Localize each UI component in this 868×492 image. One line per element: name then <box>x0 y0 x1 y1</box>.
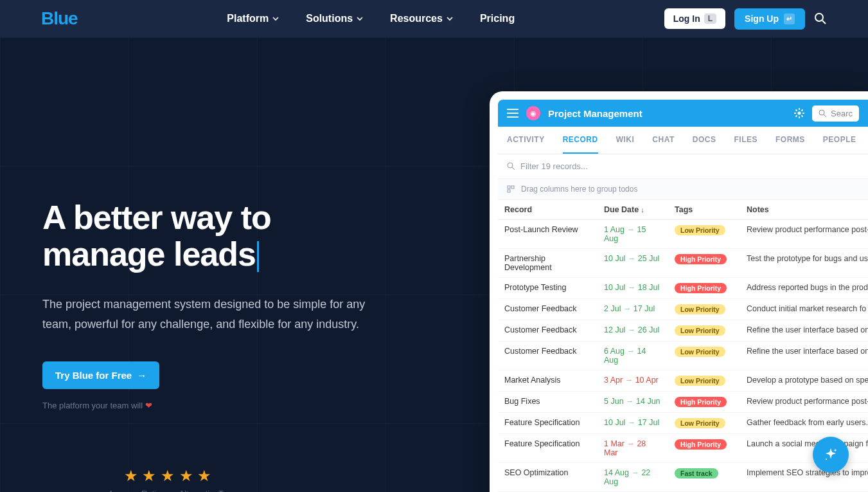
cell-note: Review product performance post- <box>740 392 868 412</box>
table-row[interactable]: Post-Launch Review1 Aug → 15 AugLow Prio… <box>498 220 868 249</box>
table-row[interactable]: Partnership Development10 Jul → 25 JulHi… <box>498 249 868 278</box>
col-notes[interactable]: Notes <box>740 200 868 219</box>
try-free-label: Try Blue for Free <box>55 370 132 381</box>
cell-note: Review product performance post- <box>740 220 868 248</box>
table-header: Record Due Date↓ Tags Notes <box>498 200 868 220</box>
sort-down-icon: ↓ <box>641 206 644 214</box>
app-header: ◉ Project Management Searc <box>498 100 868 127</box>
cell-note: Gather feedback from early users. <box>740 413 868 433</box>
cell-tag: Low Priority <box>668 320 740 341</box>
hamburger-icon[interactable] <box>507 109 518 118</box>
cell-note: Test the prototype for bugs and us <box>740 249 868 277</box>
hero-subtitle: The project management system designed t… <box>42 295 389 334</box>
nav-pricing-label: Pricing <box>480 13 515 24</box>
search-placeholder: Searc <box>831 109 853 118</box>
nav-platform-label: Platform <box>227 13 269 24</box>
cell-due: 10 Jul → 25 Jul <box>598 249 668 277</box>
svg-point-10 <box>835 450 837 451</box>
nav-resources[interactable]: Resources <box>390 13 453 24</box>
cell-tag: High Priority <box>668 249 740 277</box>
cell-note: Launch a social media campaign fo <box>740 434 868 462</box>
login-label: Log In <box>673 14 700 24</box>
tag-pill: Low Priority <box>675 304 725 314</box>
app-title: Project Management <box>548 108 786 119</box>
table-row[interactable]: Customer Feedback12 Jul → 26 JulLow Prio… <box>498 320 868 342</box>
svg-line-6 <box>512 167 515 170</box>
cell-tag: High Priority <box>668 278 740 298</box>
nav-pricing[interactable]: Pricing <box>480 13 515 24</box>
group-hint-row[interactable]: Drag columns here to group todos <box>498 179 868 200</box>
cell-tag: Low Priority <box>668 342 740 370</box>
cell-tag: Low Priority <box>668 299 740 320</box>
svg-rect-9 <box>508 190 510 192</box>
try-free-button[interactable]: Try Blue for Free→ <box>42 361 159 389</box>
app-search[interactable]: Searc <box>812 105 859 122</box>
table-row[interactable]: SEO Optimization14 Aug → 22 AugFast trac… <box>498 463 868 492</box>
nav-solutions-label: Solutions <box>306 13 353 24</box>
svg-point-3 <box>819 110 824 115</box>
tab-files[interactable]: FILES <box>734 127 757 154</box>
app-window: ◉ Project Management Searc ACTIVITYRECOR… <box>490 91 868 492</box>
signup-label: Sign Up <box>745 14 779 24</box>
nav-solutions[interactable]: Solutions <box>306 13 363 24</box>
cell-record: Customer Feedback <box>498 342 598 370</box>
cell-due: 5 Jun → 14 Jun <box>598 392 668 412</box>
gear-icon[interactable] <box>794 108 804 118</box>
table-row[interactable]: Customer Feedback6 Aug → 14 AugLow Prior… <box>498 342 868 370</box>
rating-source: Average Rating on AlternativeTo <box>42 489 293 492</box>
cell-record: Customer Feedback <box>498 320 598 341</box>
cell-note: Refine the user interface based on <box>740 342 868 370</box>
cell-due: 2 Jul → 17 Jul <box>598 299 668 320</box>
table-row[interactable]: Feature Specification10 Jul → 17 JulLow … <box>498 413 868 434</box>
col-record[interactable]: Record <box>498 200 598 219</box>
cell-note: Address reported bugs in the prod <box>740 278 868 298</box>
typing-cursor <box>257 241 259 272</box>
nav-platform[interactable]: Platform <box>227 13 279 24</box>
cell-tag: Low Priority <box>668 413 740 433</box>
cell-tag: High Priority <box>668 434 740 462</box>
enter-icon: ↵ <box>784 14 795 24</box>
signup-button[interactable]: Sign Up↵ <box>734 8 805 30</box>
login-button[interactable]: Log InL <box>664 8 725 29</box>
table-row[interactable]: Customer Feedback2 Jul → 17 JulLow Prior… <box>498 299 868 320</box>
hero-title-line2: manage leads <box>42 235 256 273</box>
tab-chat[interactable]: CHAT <box>652 127 674 154</box>
cell-tag: Fast track <box>668 463 740 491</box>
svg-point-0 <box>815 14 823 21</box>
cell-due: 1 Aug → 15 Aug <box>598 220 668 248</box>
search-icon[interactable] <box>814 12 827 25</box>
tag-pill: Low Priority <box>675 325 725 336</box>
search-icon <box>507 162 515 170</box>
cell-note: Conduct initial market research fo <box>740 299 868 320</box>
table-row[interactable]: Prototype Testing10 Jul → 18 JulHigh Pri… <box>498 278 868 299</box>
svg-point-2 <box>798 112 801 115</box>
cell-record: Customer Feedback <box>498 299 598 320</box>
app-tabs: ACTIVITYRECORDWIKICHATDOCSFILESFORMSPEOP… <box>498 127 868 154</box>
table-row[interactable]: Feature Specification1 Mar → 28 MarHigh … <box>498 434 868 463</box>
table-row[interactable]: Bug Fixes5 Jun → 14 JunHigh PriorityRevi… <box>498 392 868 413</box>
tab-activity[interactable]: ACTIVITY <box>507 127 545 154</box>
cell-record: Prototype Testing <box>498 278 598 298</box>
tag-pill: High Priority <box>675 254 727 264</box>
col-due[interactable]: Due Date↓ <box>598 200 668 219</box>
cell-due: 10 Jul → 17 Jul <box>598 413 668 433</box>
ai-fab-button[interactable] <box>813 437 849 473</box>
cell-record: Market Analysis <box>498 370 598 391</box>
tab-record[interactable]: RECORD <box>563 127 598 154</box>
hero-tagline: The platform your team will ❤ <box>42 401 389 410</box>
filter-row[interactable]: Filter 19 records... <box>498 154 868 179</box>
search-icon <box>819 109 827 118</box>
tab-wiki[interactable]: WIKI <box>616 127 635 154</box>
tab-forms[interactable]: FORMS <box>775 127 805 154</box>
table-row[interactable]: Market Analysis3 Apr → 10 AprLow Priorit… <box>498 370 868 392</box>
cell-tag: Low Priority <box>668 370 740 391</box>
tag-pill: Low Priority <box>675 225 725 235</box>
svg-point-5 <box>508 163 513 168</box>
sparkle-icon <box>823 447 838 462</box>
cell-record: Partnership Development <box>498 249 598 277</box>
tab-people[interactable]: PEOPLE <box>823 127 856 154</box>
col-tags[interactable]: Tags <box>668 200 740 219</box>
brand-logo[interactable]: Blue <box>41 8 78 29</box>
cell-record: Feature Specification <box>498 413 598 433</box>
tab-docs[interactable]: DOCS <box>693 127 716 154</box>
